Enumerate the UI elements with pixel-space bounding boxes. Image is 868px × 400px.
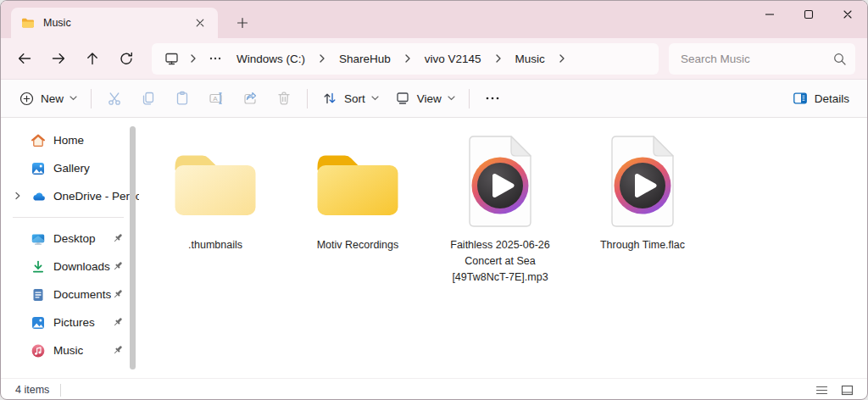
chevron-right-icon[interactable] [399,53,416,64]
breadcrumb-item[interactable]: vivo V2145 [417,48,489,69]
minimize-icon[interactable] [750,1,789,27]
main-area: Home Gallery OneDrive - Perso [1,118,867,378]
refresh-icon[interactable] [109,43,143,74]
forward-icon[interactable] [42,43,75,74]
sidebar-item-label: Documents [53,288,111,301]
delete-icon[interactable] [267,84,301,113]
up-icon[interactable] [75,43,109,74]
status-bar: 4 items [1,378,867,400]
new-button[interactable]: New [11,84,85,113]
sidebar-item-desktop[interactable]: Desktop [1,225,139,253]
file-grid: .thumbnails Motiv Recordings Faithless 2… [139,118,867,378]
details-button[interactable]: Details [784,84,857,113]
pin-icon [112,232,124,244]
file-item-thumbnails[interactable]: .thumbnails [144,130,287,285]
file-name: .thumbnails [188,237,242,253]
close-icon[interactable] [828,1,867,27]
sidebar-item-gallery[interactable]: Gallery [1,154,139,182]
documents-icon [31,287,46,303]
sidebar-item-label: Music [53,344,83,357]
file-item-faithless-mp3[interactable]: Faithless 2025-06-26 Concert at Sea [49T… [429,130,571,285]
circle-plus-icon [19,91,35,107]
chevron-right-icon[interactable] [314,53,331,64]
sidebar-item-music[interactable]: Music [1,336,139,364]
desktop-icon [31,231,46,247]
rename-icon[interactable]: A [199,84,233,113]
details-pane-icon [792,90,809,107]
chevron-right-icon[interactable] [490,53,507,64]
cut-icon[interactable] [97,84,131,113]
pin-icon [112,344,124,356]
breadcrumb-item-current[interactable]: Music [508,48,553,69]
sort-icon [321,90,338,107]
file-name: Faithless 2025-06-26 Concert at Sea [49T… [437,237,563,285]
home-icon [31,133,46,148]
file-item-through-time-flac[interactable]: Through Time.flac [571,130,714,285]
paste-icon[interactable] [165,84,199,113]
window-controls [750,1,867,27]
command-toolbar: New A Sort [1,79,867,118]
list-view-icon[interactable] [810,381,833,400]
new-tab-button[interactable] [231,12,253,34]
media-file-icon [606,130,679,233]
tab-label: Music [43,17,181,29]
tab-close-icon[interactable] [189,12,211,34]
media-file-icon [464,130,537,233]
expand-chevron-icon[interactable] [14,192,22,200]
sidebar-item-documents[interactable]: Documents [1,281,139,308]
view-button[interactable]: View [387,84,463,113]
sidebar-scrollbar[interactable] [130,126,136,369]
chevron-right-icon[interactable] [554,53,570,64]
see-more-icon[interactable] [476,84,509,113]
breadcrumb-overflow-icon[interactable] [203,47,228,70]
music-icon [31,343,46,358]
file-name: Through Time.flac [600,237,685,253]
svg-text:A: A [213,95,218,103]
sidebar-item-downloads[interactable]: Downloads [1,253,139,281]
chevron-right-icon[interactable] [185,53,202,64]
file-name: Motiv Recordings [317,237,399,253]
sidebar-item-label: Home [53,134,84,147]
file-explorer-window: Music [0,0,868,400]
sidebar-item-onedrive[interactable]: OneDrive - Perso [1,182,139,210]
breadcrumb: Windows (C:) ShareHub vivo V2145 Music [152,43,659,75]
toolbar-divider [91,89,92,108]
maximize-icon[interactable] [789,1,828,27]
view-icon [394,90,411,107]
toolbar-divider [469,89,470,108]
chevron-down-icon [70,96,77,101]
tab-music[interactable]: Music [11,8,218,38]
search-icon[interactable] [832,52,847,66]
breadcrumb-item[interactable]: ShareHub [331,48,398,69]
large-icons-view-icon[interactable] [836,381,859,400]
new-button-label: New [41,92,64,105]
pin-icon [112,288,124,300]
back-icon[interactable] [8,43,42,74]
toolbar-divider [307,89,308,108]
status-divider [60,384,61,397]
sidebar-item-label: Pictures [53,316,95,329]
pin-icon [112,260,124,272]
sidebar: Home Gallery OneDrive - Perso [1,118,139,378]
folder-icon [21,17,35,29]
sidebar-item-pictures[interactable]: Pictures [1,308,139,336]
search-box[interactable] [669,43,855,75]
sort-button[interactable]: Sort [314,84,387,113]
sort-button-label: Sort [344,92,365,105]
view-button-label: View [417,92,442,105]
sidebar-item-label: Desktop [53,232,96,245]
pictures-icon [31,315,46,331]
search-input[interactable] [681,53,832,65]
copy-icon[interactable] [131,84,165,113]
onedrive-icon [31,189,46,204]
breadcrumb-item[interactable]: Windows (C:) [229,48,313,69]
sidebar-item-label: OneDrive - Perso [53,190,139,203]
pin-icon [112,316,124,328]
monitor-icon[interactable] [159,47,184,70]
share-icon[interactable] [233,84,267,113]
chevron-down-icon [371,96,379,101]
file-item-motiv-recordings[interactable]: Motiv Recordings [287,130,429,285]
sidebar-item-home[interactable]: Home [1,126,139,154]
sidebar-divider [13,217,124,218]
chevron-down-icon [448,96,455,101]
